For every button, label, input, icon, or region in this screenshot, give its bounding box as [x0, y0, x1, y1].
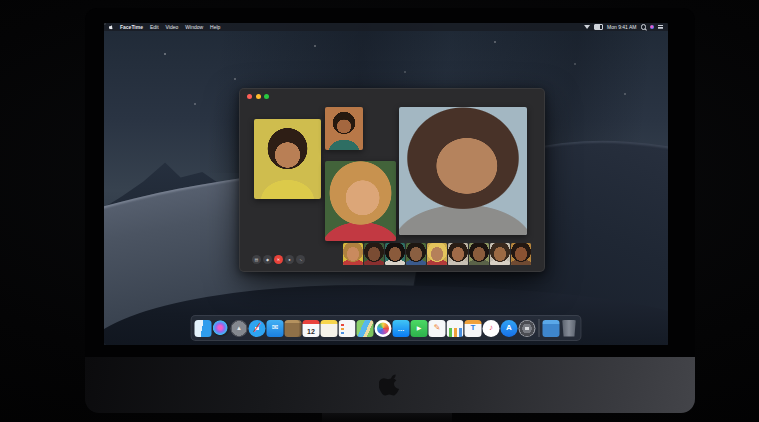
menu-bar-left: FaceTime Edit Video Window Help [104, 24, 220, 30]
imac-stand [322, 413, 452, 422]
dock-item-itunes[interactable]: ♪ [483, 320, 500, 337]
menu-item-help[interactable]: Help [210, 24, 220, 30]
participant-thumbnail[interactable] [427, 243, 447, 265]
fullscreen-button[interactable]: ↔ [296, 255, 305, 264]
dock-item-contacts[interactable] [285, 320, 302, 337]
end-call-button[interactable]: ✕ [274, 255, 283, 264]
imac-screen: FaceTime Edit Video Window Help Mon 9:41… [104, 23, 668, 345]
traffic-lights [247, 94, 269, 99]
roster-button[interactable]: ▤ [252, 255, 261, 264]
participant-thumbnail[interactable] [385, 243, 405, 265]
close-button[interactable] [247, 94, 252, 99]
participant-video [406, 243, 426, 265]
video-tile-participant-1[interactable] [254, 119, 321, 199]
messages-icon: … [398, 325, 405, 332]
wifi-icon[interactable] [584, 25, 590, 29]
dock-item-trash[interactable] [561, 320, 578, 337]
dock-item-finder[interactable] [195, 320, 212, 337]
battery-icon[interactable] [594, 24, 603, 30]
participant-thumbnail[interactable] [406, 243, 426, 265]
dock-item-numbers[interactable] [447, 320, 464, 337]
participant-video [427, 243, 447, 265]
minimize-button[interactable] [256, 94, 261, 99]
dock-item-app-store[interactable]: A [501, 320, 518, 337]
participant-thumbnail[interactable] [469, 243, 489, 265]
dock-item-siri[interactable] [213, 320, 230, 337]
imac-chin [85, 357, 695, 413]
siri-icon[interactable] [650, 25, 654, 29]
participant-thumbnail[interactable] [343, 243, 363, 265]
participant-video [469, 243, 489, 265]
safari-icon: ╱ [254, 324, 260, 333]
participant-video [325, 107, 363, 150]
dock-item-reminders[interactable] [339, 320, 356, 337]
facetime-window: ▤ ◆ ✕ ● ↔ [239, 88, 545, 272]
dock-item-pages[interactable]: ✎ [429, 320, 446, 337]
mute-button[interactable]: ● [285, 255, 294, 264]
mail-icon: ✉ [272, 324, 279, 332]
calendar-day-label: 12 [307, 328, 315, 335]
menu-item-window[interactable]: Window [185, 24, 203, 30]
participant-video [364, 243, 384, 265]
apple-menu-icon[interactable] [109, 25, 113, 30]
menu-item-video[interactable]: Video [166, 24, 179, 30]
menu-bar-status: Mon 9:41 AM [584, 24, 668, 30]
participant-video [399, 107, 527, 235]
dock-item-downloads[interactable] [543, 320, 560, 337]
participant-thumbnail[interactable] [490, 243, 510, 265]
spotlight-icon[interactable] [641, 24, 647, 30]
menu-clock[interactable]: Mon 9:41 AM [607, 24, 636, 30]
menu-item-edit[interactable]: Edit [150, 24, 159, 30]
menu-app-name[interactable]: FaceTime [120, 24, 143, 30]
imac-device: FaceTime Edit Video Window Help Mon 9:41… [85, 8, 695, 413]
participant-video [511, 243, 531, 265]
participant-video [448, 243, 468, 265]
dock-item-mail[interactable]: ✉ [267, 320, 284, 337]
dock-separator [539, 319, 540, 337]
camera-button[interactable]: ◆ [263, 255, 272, 264]
dock-item-facetime[interactable]: ▶ [411, 320, 428, 337]
participant-thumbnail-strip [343, 243, 531, 265]
itunes-icon: ♪ [489, 324, 493, 332]
facetime-titlebar[interactable] [240, 89, 544, 103]
dock-item-notes[interactable] [321, 320, 338, 337]
notification-center-icon[interactable] [658, 25, 663, 29]
participant-video [490, 243, 510, 265]
participant-video [325, 161, 396, 241]
dock-item-launchpad[interactable]: ▲ [231, 320, 248, 337]
menu-bar: FaceTime Edit Video Window Help Mon 9:41… [104, 23, 668, 31]
mute-icon: ● [288, 258, 290, 262]
participant-thumbnail[interactable] [511, 243, 531, 265]
dock-item-photos[interactable] [375, 320, 392, 337]
dock-item-calendar[interactable]: 12 [303, 320, 320, 337]
end-call-icon: ✕ [277, 258, 280, 262]
roster-icon: ▤ [255, 258, 259, 262]
zoom-button[interactable] [264, 94, 269, 99]
video-tile-participant-4[interactable] [399, 107, 527, 235]
dock-item-safari[interactable]: ╱ [249, 320, 266, 337]
dock-item-messages[interactable]: … [393, 320, 410, 337]
participant-thumbnail[interactable] [364, 243, 384, 265]
keynote-icon: T [471, 324, 476, 332]
video-tile-participant-2[interactable] [325, 107, 363, 150]
dock: ▲ ╱ ✉ 12 … ▶ ✎ T ♪ A [191, 315, 582, 341]
participant-video [385, 243, 405, 265]
participant-video [254, 119, 321, 199]
facetime-icon: ▶ [417, 325, 422, 331]
dock-item-keynote[interactable]: T [465, 320, 482, 337]
dock-item-maps[interactable] [357, 320, 374, 337]
app-store-icon: A [506, 324, 512, 332]
participant-video [343, 243, 363, 265]
video-tile-participant-3[interactable] [325, 161, 396, 241]
participant-thumbnail[interactable] [448, 243, 468, 265]
camera-icon: ◆ [266, 258, 269, 262]
fullscreen-icon: ↔ [298, 257, 304, 263]
apple-logo [379, 372, 401, 398]
pages-icon: ✎ [434, 324, 441, 332]
scene: FaceTime Edit Video Window Help Mon 9:41… [0, 0, 759, 422]
dock-item-system-preferences[interactable] [519, 320, 536, 337]
launchpad-icon: ▲ [236, 325, 242, 331]
call-controls: ▤ ◆ ✕ ● ↔ [252, 255, 305, 264]
